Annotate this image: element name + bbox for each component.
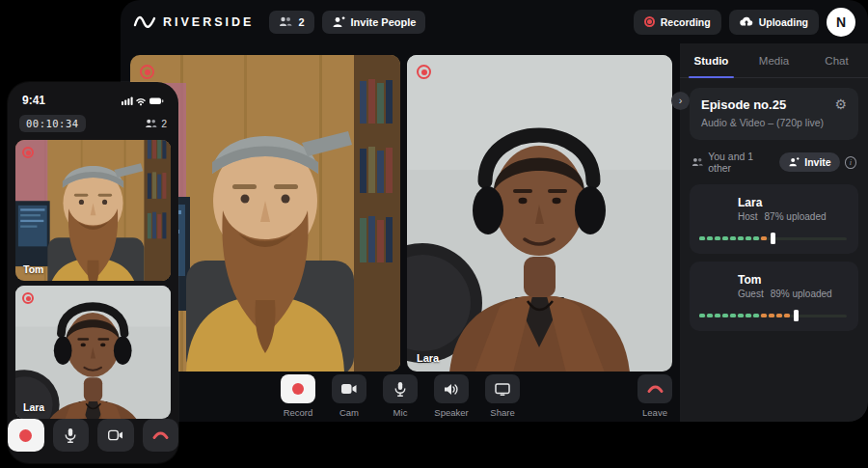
- participant-role: Host: [738, 211, 758, 222]
- participant-count: 2: [298, 16, 304, 28]
- person-plus-icon: [332, 16, 345, 28]
- recording-icon: [644, 16, 655, 27]
- camera-icon: [341, 383, 357, 395]
- count-value: 2: [161, 118, 167, 129]
- episode-card: Episode no.25 ⚙ Audio & Video – (720p li…: [690, 88, 858, 140]
- desktop-body: Tom Lara Record: [121, 43, 868, 422]
- tom-avatar-illustration: [699, 270, 730, 301]
- recording-status-badge[interactable]: Recording: [634, 10, 721, 35]
- recording-indicator-icon: [417, 65, 431, 79]
- uploading-label: Uploading: [759, 16, 808, 28]
- account-avatar[interactable]: N: [827, 8, 855, 37]
- invite-people-button[interactable]: Invite People: [322, 11, 426, 34]
- mic-control: Mic: [381, 374, 420, 418]
- brand-name: RIVERSIDE: [163, 15, 254, 29]
- video-stage: Tom Lara Record: [121, 43, 680, 422]
- record-dot-icon: [19, 429, 32, 442]
- lara-avatar-illustration: [699, 193, 730, 224]
- gear-icon[interactable]: ⚙: [834, 97, 847, 111]
- mic-icon: [65, 428, 76, 443]
- record-label: Record: [284, 407, 313, 418]
- tile-name-label: Tom: [23, 263, 43, 275]
- speaker-button[interactable]: [434, 374, 469, 403]
- upload-progress-bar: [699, 233, 849, 244]
- phone-session-row: 00:10:34 2: [8, 107, 178, 140]
- participant-count-button[interactable]: 2: [269, 11, 313, 34]
- studio-sidebar: Studio Media Chat › Episode no.25 ⚙ Audi…: [680, 43, 868, 422]
- people-icon: [279, 16, 292, 27]
- presence-row: You and 1 other Invite i: [692, 151, 856, 174]
- leave-control: Leave: [636, 374, 674, 418]
- desktop-app-window: RIVERSIDE 2 Invite People: [121, 0, 868, 422]
- share-control: Share: [483, 374, 522, 418]
- phone-tile-lara: Lara: [15, 286, 171, 419]
- participant-name: Lara: [738, 196, 827, 209]
- uploading-status-badge[interactable]: Uploading: [729, 10, 819, 35]
- phone-record-button[interactable]: [8, 419, 44, 452]
- tab-media[interactable]: Media: [743, 43, 805, 77]
- cam-button[interactable]: [332, 374, 366, 403]
- record-button[interactable]: [281, 374, 315, 403]
- status-icons: [122, 96, 164, 106]
- lara-video-illustration: [407, 55, 672, 372]
- share-screen-icon: [495, 383, 510, 396]
- phone-call-controls: [8, 419, 178, 452]
- participant-card-lara: Lara Host 87% uploaded: [690, 184, 858, 254]
- cam-label: Cam: [339, 407, 359, 418]
- recording-label: Recording: [661, 16, 711, 28]
- session-timer: 00:10:34: [19, 115, 86, 132]
- call-controls: Record Cam: [121, 374, 680, 418]
- participant-card-tom: Tom Guest 89% uploaded: [690, 262, 858, 331]
- record-dot-icon: [292, 383, 304, 395]
- tab-studio[interactable]: Studio: [680, 43, 743, 77]
- hangup-icon: [647, 385, 664, 393]
- sidebar-collapse-button[interactable]: ›: [671, 92, 690, 110]
- upload-progress-bar: [699, 310, 849, 321]
- share-button[interactable]: [485, 374, 520, 403]
- sidebar-tabs: Studio Media Chat: [680, 43, 868, 78]
- phone-participant-count[interactable]: 2: [145, 118, 167, 129]
- hangup-icon: [152, 431, 169, 439]
- mobile-app-window: 9:41 00:10:34 2: [8, 82, 178, 463]
- people-icon: [692, 157, 703, 167]
- lara-video-illustration: [15, 286, 171, 419]
- cloud-upload-icon: [740, 16, 753, 27]
- progress-segments: [699, 233, 775, 244]
- leave-button[interactable]: [637, 374, 672, 403]
- avatar: [699, 193, 730, 224]
- speaker-icon: [445, 383, 459, 396]
- speaker-control: Speaker: [432, 374, 471, 418]
- top-bar: RIVERSIDE 2 Invite People: [121, 0, 868, 43]
- tile-name-label: Lara: [417, 352, 439, 364]
- progress-handle: [771, 233, 775, 244]
- invite-button[interactable]: Invite: [779, 152, 839, 172]
- waveform-icon: [133, 14, 156, 31]
- tab-chat[interactable]: Chat: [805, 43, 868, 77]
- status-time: 9:41: [22, 94, 45, 107]
- camera-icon: [108, 429, 123, 441]
- account-initial: N: [836, 14, 846, 30]
- upload-status: 89% uploaded: [771, 289, 832, 299]
- speaker-label: Speaker: [434, 407, 468, 418]
- episode-title: Episode no.25: [701, 97, 786, 112]
- screen: RIVERSIDE 2 Invite People: [0, 0, 868, 468]
- person-plus-icon: [788, 157, 800, 167]
- phone-tiles: Tom Lara: [8, 140, 178, 419]
- participant-name: Tom: [738, 273, 832, 287]
- invite-people-label: Invite People: [351, 16, 417, 28]
- phone-cam-button[interactable]: [97, 419, 134, 452]
- people-icon: [145, 119, 157, 128]
- progress-segments: [699, 310, 799, 321]
- video-tile-lara: Lara: [407, 55, 672, 372]
- recording-indicator-icon: [22, 147, 34, 158]
- phone-hangup-button[interactable]: [143, 419, 179, 452]
- mic-button[interactable]: [383, 374, 418, 403]
- phone-mic-button[interactable]: [53, 419, 90, 452]
- mic-icon: [394, 382, 406, 397]
- recording-indicator-icon: [140, 65, 154, 79]
- info-icon[interactable]: i: [845, 156, 856, 169]
- chevron-right-icon: ›: [679, 96, 683, 106]
- participant-role: Guest: [738, 289, 764, 299]
- leave-label: Leave: [642, 407, 667, 418]
- episode-subtitle: Audio & Video – (720p live): [701, 117, 847, 128]
